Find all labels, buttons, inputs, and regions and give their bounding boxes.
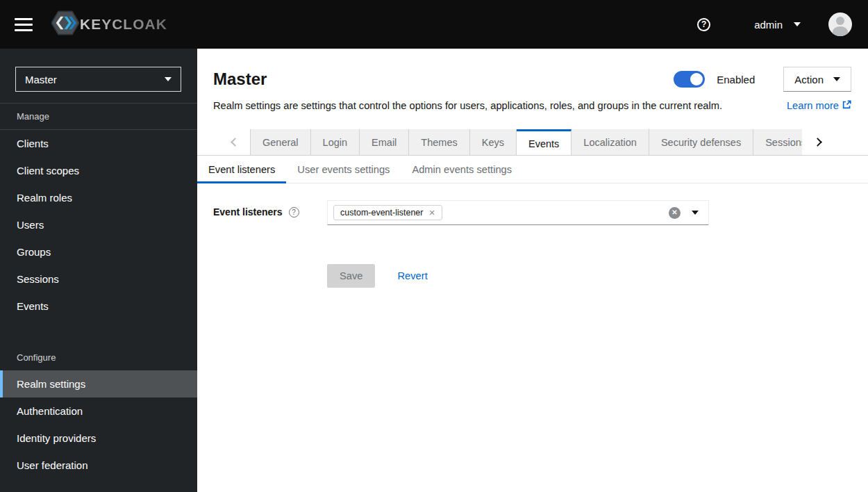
clear-all-icon[interactable]: ✕ [669, 207, 681, 219]
page-title: Master [213, 69, 267, 89]
tab-themes[interactable]: Themes [409, 129, 469, 155]
subtab-event-listeners[interactable]: Event listeners [197, 156, 286, 183]
learn-more-link[interactable]: Learn more [787, 100, 851, 111]
sidebar-item-users[interactable]: Users [0, 211, 197, 238]
sidebar-item-authentication[interactable]: Authentication [0, 397, 197, 425]
event-listeners-field-label: Event listeners [213, 206, 283, 218]
revert-button[interactable]: Revert [397, 270, 427, 281]
action-dropdown-label: Action [794, 74, 824, 85]
subtab-admin-events-settings[interactable]: Admin events settings [401, 156, 523, 183]
avatar[interactable] [828, 13, 852, 36]
tab-list: General Login Email Themes Keys Events L… [250, 129, 802, 155]
page-description: Realm settings are settings that control… [213, 100, 722, 111]
realm-selector[interactable]: Master [15, 67, 181, 92]
events-subtabs: Event listeners User events settings Adm… [197, 156, 868, 183]
chevron-left-icon [231, 138, 240, 147]
tab-security-defenses[interactable]: Security defenses [649, 129, 753, 155]
username: admin [754, 19, 783, 31]
chip-remove-icon[interactable]: ✕ [429, 209, 435, 217]
page-header: Master Enabled Action Realm settings are… [197, 49, 868, 111]
external-link-icon [842, 100, 851, 111]
keycloak-logo-icon [51, 9, 79, 40]
chevron-right-icon [813, 138, 822, 147]
help-icon[interactable]: ? [697, 18, 710, 31]
nav-toggle-hamburger-icon[interactable] [15, 18, 33, 31]
toggle-knob [690, 73, 703, 85]
subtab-user-events-settings[interactable]: User events settings [286, 156, 401, 183]
nav-section-configure-label: Configure [0, 345, 197, 370]
sidebar-item-sessions[interactable]: Sessions [0, 265, 197, 293]
tab-keys[interactable]: Keys [470, 129, 517, 155]
tab-email[interactable]: Email [360, 129, 409, 155]
masthead-right: ? admin [697, 13, 868, 36]
sidebar-item-realm-settings[interactable]: Realm settings [0, 370, 197, 397]
tab-sessions[interactable]: Sessions [753, 129, 802, 155]
chip-label: custom-event-listener [340, 208, 424, 218]
sidebar-item-user-federation[interactable]: User federation [0, 452, 197, 479]
realm-settings-tabs: General Login Email Themes Keys Events L… [197, 129, 868, 156]
tab-localization[interactable]: Localization [571, 129, 649, 155]
chevron-down-icon [833, 77, 840, 81]
event-listeners-multiselect-input[interactable]: custom-event-listener ✕ ✕ [327, 200, 709, 225]
save-button[interactable]: Save [327, 264, 375, 288]
chevron-down-icon [794, 22, 801, 26]
chip-custom-event-listener: custom-event-listener ✕ [333, 205, 442, 220]
chevron-down-icon [165, 77, 172, 81]
user-menu-button[interactable]: admin [754, 19, 801, 31]
keycloak-logo: KEYCLOAK [51, 9, 167, 40]
keycloak-brand-text: KEYCLOAK [80, 16, 167, 33]
sidebar: Master Manage Clients Client scopes Real… [0, 49, 197, 492]
sidebar-item-identity-providers[interactable]: Identity providers [0, 425, 197, 452]
sidebar-item-groups[interactable]: Groups [0, 238, 197, 265]
field-help-icon[interactable]: ? [289, 207, 299, 218]
action-dropdown-button[interactable]: Action [783, 67, 851, 92]
enabled-toggle[interactable] [674, 71, 705, 88]
sidebar-item-events[interactable]: Events [0, 293, 197, 320]
masthead: KEYCLOAK ? admin [0, 0, 868, 49]
nav-section-manage-label: Manage [0, 104, 197, 129]
sidebar-item-client-scopes[interactable]: Client scopes [0, 157, 197, 184]
tab-events[interactable]: Events [517, 129, 571, 155]
tabs-scroll-right-button[interactable] [802, 129, 833, 155]
keycloak-admin-console: KEYCLOAK ? admin Master Manage Clients C… [0, 0, 868, 492]
sidebar-item-realm-roles[interactable]: Realm roles [0, 184, 197, 211]
tab-login[interactable]: Login [311, 129, 360, 155]
event-listeners-form: Event listeners ? custom-event-listener … [197, 183, 868, 288]
learn-more-label: Learn more [787, 100, 839, 111]
tabs-scroll-left-button[interactable] [219, 129, 250, 155]
enabled-toggle-label: Enabled [717, 74, 755, 85]
main-content: Master Enabled Action Realm settings are… [197, 49, 868, 492]
realm-selector-value: Master [25, 74, 57, 85]
sidebar-item-clients[interactable]: Clients [0, 130, 197, 157]
tab-general[interactable]: General [250, 129, 311, 155]
multiselect-chevron-down-icon[interactable] [692, 211, 699, 215]
